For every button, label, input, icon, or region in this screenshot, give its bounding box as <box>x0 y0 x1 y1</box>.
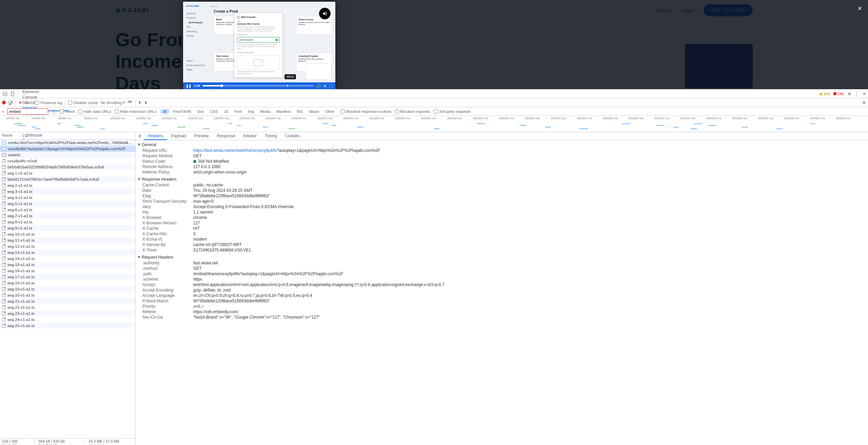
search-icon[interactable] <box>25 100 29 105</box>
request-row[interactable]: seg-18-v1-a1.ts <box>0 280 135 286</box>
request-row[interactable]: seg-10-v1-a1.ts <box>0 231 135 237</box>
type-pill-all[interactable]: All <box>160 109 170 114</box>
request-row[interactable]: fabdd121c5d7662ec7aeef7f6af5d9c6df7e7ada… <box>0 176 135 182</box>
warning-icon <box>819 92 823 95</box>
blocked-req-checkbox[interactable]: Blocked requests <box>395 109 430 114</box>
request-row[interactable]: seg-5-v1-a1.ts <box>0 201 135 207</box>
unmute-button[interactable] <box>319 8 331 19</box>
devtools-tab-elements[interactable]: Elements <box>19 89 69 95</box>
request-row[interactable]: seg-24-v1-a1.ts <box>0 317 135 323</box>
request-name: seg-7-v1-a1.ts <box>7 214 33 218</box>
close-icon[interactable]: × <box>857 4 862 13</box>
settings-gear-icon[interactable]: ⚙ <box>846 89 853 98</box>
download-icon[interactable]: ⬇ <box>144 100 147 105</box>
device-icon[interactable] <box>9 89 16 98</box>
type-pill-js[interactable]: JS <box>221 109 231 114</box>
name-column-header[interactable]: Name <box>0 132 135 140</box>
type-pill-img[interactable]: Img <box>245 109 257 114</box>
request-name: 5e55d81be03225896524a0b7985d09b41f78e5aa… <box>7 165 104 169</box>
request-row[interactable]: seg-23-v1-a1.ts <box>0 310 135 317</box>
type-pill-font[interactable]: Font <box>232 109 244 114</box>
seek-bar[interactable] <box>203 85 314 86</box>
request-row[interactable]: cexy8p4ifo?autoplay=1&pageUrl=https%3A%2… <box>0 146 135 152</box>
invert-checkbox[interactable]: Invert <box>60 109 75 114</box>
hide-data-checkbox[interactable]: Hide data URLs <box>78 109 111 114</box>
disable-cache-checkbox[interactable]: Disable cache <box>68 101 98 105</box>
header-row: Accept:text/html,application/xhtml+xml,a… <box>138 282 868 287</box>
type-pill-ws[interactable]: WS <box>294 109 305 114</box>
request-row[interactable]: 5e55d81be03225896524a0b7985d09b41f78e5aa… <box>0 164 135 170</box>
type-pill-other[interactable]: Other <box>322 109 337 114</box>
type-pill-css[interactable]: CSS <box>208 109 221 114</box>
detail-tab-headers[interactable]: Headers <box>144 132 167 140</box>
section-header[interactable]: Request Headers <box>138 254 868 260</box>
request-row[interactable]: seg-15-v1-a1.ts <box>0 262 135 268</box>
detail-tab-initiator[interactable]: Initiator <box>239 132 260 140</box>
filter-funnel-icon[interactable]: ▿ <box>2 109 4 114</box>
type-pill-fetch-xhr[interactable]: Fetch/XHR <box>170 109 194 114</box>
type-pill-media[interactable]: Media <box>257 109 273 114</box>
detail-tab-preview[interactable]: Preview <box>190 132 213 140</box>
pause-button[interactable]: ❚❚ <box>186 84 191 88</box>
upload-icon[interactable]: ⬆ <box>138 100 141 105</box>
hide-ext-checkbox[interactable]: Hide extension URLs <box>115 109 157 114</box>
svg-rect-0 <box>3 92 7 96</box>
request-row[interactable]: seg-4-v1-a1.ts <box>0 195 135 201</box>
filter-icon[interactable]: ▼ <box>18 101 22 105</box>
detail-tab-payload[interactable]: Payload <box>167 132 190 140</box>
type-pill-doc[interactable]: Doc <box>195 109 207 114</box>
modal-backdrop[interactable] <box>0 0 868 89</box>
request-name: cexy8p4ifo?autoplay=1&pageUrl=https%3A%2… <box>8 147 126 151</box>
request-row[interactable]: seg-1-v1-a1.ts <box>0 170 135 176</box>
video-controls: ❚❚ 4:30 🔊 ⚙ ⛶ <box>183 82 335 89</box>
request-row[interactable]: seg-11-v1-a1.ts <box>0 237 135 243</box>
inspect-icon[interactable] <box>1 89 9 98</box>
detail-tab-timing[interactable]: Timing <box>261 132 281 140</box>
request-row[interactable]: seg-9-v1-a1.ts <box>0 225 135 231</box>
throttling-select[interactable]: No throttling▾ <box>101 101 125 105</box>
request-row[interactable]: seg-17-v1-a1.ts <box>0 274 135 280</box>
clear-filter-icon[interactable]: × <box>52 109 56 114</box>
request-row[interactable]: seg-3-v1-a1.ts <box>0 188 135 195</box>
more-icon[interactable]: ⋮ <box>853 89 861 98</box>
request-row[interactable]: seg-2-v1-a1.ts <box>0 182 135 188</box>
close-devtools-icon[interactable]: ✕ <box>861 89 868 98</box>
request-row[interactable]: seg-14-v1-a1.ts <box>0 256 135 262</box>
close-detail-icon[interactable]: ✕ <box>136 132 144 140</box>
type-pill-wasm[interactable]: Wasm <box>306 109 322 114</box>
request-row[interactable]: seg-6-v1-a1.ts <box>0 207 135 213</box>
settings-icon-2[interactable]: ⚙ <box>862 100 866 105</box>
record-button[interactable] <box>2 101 6 104</box>
request-row[interactable]: seg-22-v1-a1.ts <box>0 304 135 310</box>
network-timeline[interactable]: 20000 ms40000 ms60000 ms80000 ms100000 m… <box>0 116 868 132</box>
section-header[interactable]: General <box>138 142 868 148</box>
request-row[interactable]: seg-16-v1-a1.ts <box>0 268 135 274</box>
section-header[interactable]: Response Headers <box>138 176 868 182</box>
detail-tab-response[interactable]: Response <box>213 132 239 140</box>
errors-badge[interactable]: 246 <box>831 89 846 98</box>
request-row[interactable]: seg-19-v1-a1.ts <box>0 286 135 292</box>
request-row[interactable]: seg-12-v1-a1.ts <box>0 243 135 249</box>
filter-input[interactable] <box>7 108 48 115</box>
request-row[interactable]: seg-25-v1-a1.ts <box>0 323 135 329</box>
volume-icon[interactable]: 🔊 <box>317 84 321 88</box>
preserve-log-checkbox[interactable]: Preserve log <box>35 101 62 105</box>
network-conditions-icon[interactable] <box>127 100 132 105</box>
warnings-badge[interactable]: 354 <box>818 89 831 98</box>
request-row[interactable]: seg-13-v1-a1.ts <box>0 249 135 256</box>
blocked-resp-checkbox[interactable]: Blocked response cookies <box>341 109 392 114</box>
request-row[interactable]: seg-20-v1-a1.ts <box>0 292 135 298</box>
request-row[interactable]: seg-21-v1-a1.ts <box>0 298 135 304</box>
clear-button[interactable] <box>8 101 13 105</box>
request-row[interactable]: seg-8-v1-a1.ts <box>0 219 135 225</box>
third-party-checkbox[interactable]: 3rd-party requests <box>434 109 471 114</box>
request-row[interactable]: media.html?src=https%3A%2F%2Ffast.wistia… <box>0 140 135 146</box>
settings-icon[interactable]: ⚙ <box>323 84 327 88</box>
detail-tab-cookies[interactable]: Cookies <box>281 132 303 140</box>
request-row[interactable]: cexy8p4ifo.m3u8 <box>0 158 135 164</box>
header-row: Accept-Encoding:gzip, deflate, br, zstd <box>138 287 868 293</box>
type-pill-manifest[interactable]: Manifest <box>274 109 293 114</box>
request-row[interactable]: seg-7-v1-a1.ts <box>0 213 135 219</box>
request-row[interactable]: swatch <box>0 152 135 158</box>
fullscreen-icon[interactable]: ⛶ <box>329 84 333 88</box>
